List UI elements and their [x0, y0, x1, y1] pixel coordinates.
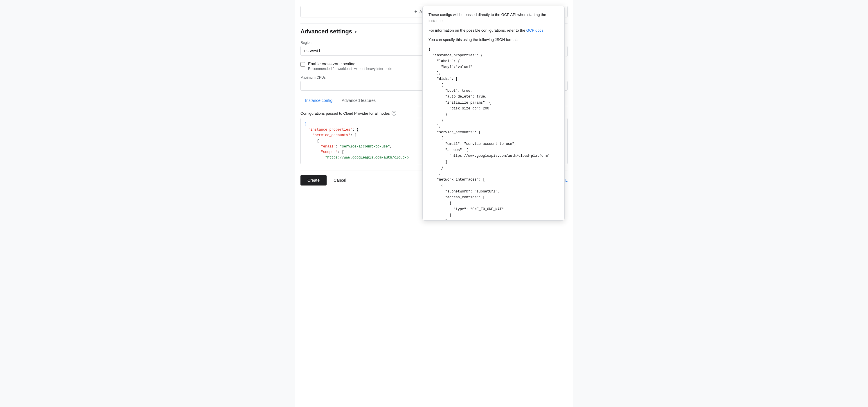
- help-icon[interactable]: ?: [392, 111, 396, 116]
- cancel-button[interactable]: Cancel: [331, 175, 349, 186]
- popover: These configs will be passed directly to…: [423, 6, 565, 221]
- popover-line2-text: For information on the possible configur…: [429, 28, 525, 33]
- max-cpus-label: Maximum CPUs: [301, 75, 432, 80]
- config-label-text: Configurations passed to Cloud Provider …: [301, 111, 390, 116]
- popover-line1: These configs will be passed directly to…: [429, 12, 559, 24]
- tab-advanced-features[interactable]: Advanced features: [337, 95, 380, 106]
- cross-zone-text: Enable cross-zone scaling Recommended fo…: [308, 62, 392, 71]
- popover-line3: You can specify this using the following…: [429, 37, 559, 43]
- cross-zone-desc: Recommended for workloads without heavy …: [308, 67, 392, 71]
- plus-icon: +: [414, 9, 417, 14]
- region-input[interactable]: [301, 46, 432, 56]
- create-button[interactable]: Create: [301, 175, 327, 186]
- page-wrapper: + Add Worker Nodes Advanced settings ▾ R…: [294, 0, 574, 407]
- popover-line2: For information on the possible configur…: [429, 28, 559, 34]
- max-cpus-group: Maximum CPUs: [301, 75, 432, 91]
- cross-zone-label: Enable cross-zone scaling: [308, 62, 392, 66]
- tab-instance-config[interactable]: Instance config: [301, 95, 337, 106]
- region-label: Region: [301, 41, 432, 45]
- popover-json-example: { "instance_properties": { "labels": { "…: [429, 46, 559, 221]
- chevron-down-icon: ▾: [354, 29, 356, 34]
- max-cpus-input[interactable]: [301, 81, 432, 91]
- region-group: Region: [301, 41, 432, 57]
- advanced-settings-title: Advanced settings: [301, 28, 352, 35]
- cross-zone-checkbox[interactable]: [301, 62, 305, 67]
- gcp-docs-link[interactable]: GCP docs: [526, 28, 544, 33]
